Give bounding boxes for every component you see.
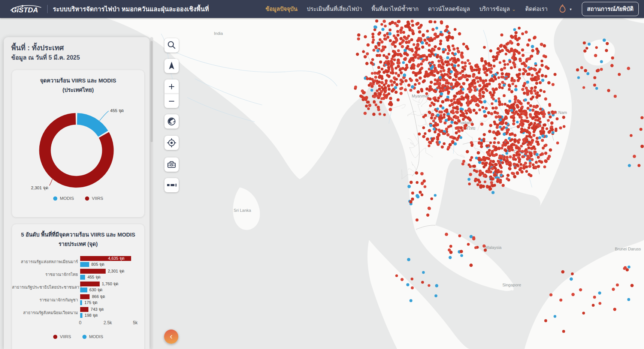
place-label: Sri Lanka <box>234 208 251 213</box>
bar-value-label: 4,635 จุด <box>108 256 124 261</box>
sidebar-scrollbar[interactable] <box>150 37 153 349</box>
nav-link[interactable]: พื้นที่เผาไหม้ซ้ำซาก <box>371 4 418 13</box>
gistda-logo[interactable]: GiSTDA <box>8 3 43 15</box>
compass-button[interactable] <box>164 59 179 73</box>
search-button[interactable] <box>164 38 179 52</box>
nav-link[interactable]: ติดต่อเรา <box>525 4 548 13</box>
country-label: ราชอาณาจักรไทย <box>12 270 78 279</box>
bar-chart-row: สาธารณรัฐแห่งสหภาพเมียนมาร์4,635 จุด805 … <box>12 256 144 268</box>
legend-dot <box>53 196 57 201</box>
nav-link[interactable]: บริการข้อมูล⌄ <box>480 4 516 13</box>
hotspot-donut-card: จุดความร้อน VIIRS และ MODIS (ประเทศไทย) … <box>12 70 145 217</box>
nav-link[interactable]: ประเมินพื้นที่เสี่ยงไฟป่า <box>307 4 362 13</box>
bar-viirs <box>80 307 88 312</box>
bar-value-label: 630 จุด <box>90 288 103 292</box>
fire-menu-button[interactable]: ▾ <box>558 4 572 14</box>
bar-viirs <box>80 269 106 274</box>
toolbox-button[interactable] <box>164 157 179 172</box>
zoom-out-button[interactable] <box>164 94 179 108</box>
donut-value-label: 2,301 จุด <box>31 186 48 190</box>
chevron-left-icon: ‹ <box>170 332 172 341</box>
sidebar-scrollbar-thumb[interactable] <box>151 41 153 142</box>
app-root: { "navbar": { "logo_text": "GiSTDA", "ap… <box>0 0 644 349</box>
left-panel: พื้นที่ : ทั้งประเทศ ข้อมูล ณ วันที่ 5 ม… <box>4 37 149 349</box>
donut-leader-line <box>49 179 52 186</box>
plus-icon <box>164 79 179 94</box>
bar-modis <box>80 300 82 305</box>
bar-legend: VIIRSMODIS <box>12 334 144 339</box>
svg-text:GiSTDA: GiSTDA <box>11 6 38 14</box>
legend-item-modis[interactable]: MODIS <box>82 334 103 339</box>
data-date: ข้อมูล ณ วันที่ 5 มี.ค. 2025 <box>11 53 80 62</box>
bar-modis <box>80 313 82 318</box>
nav-link[interactable]: ดาวน์โหลดข้อมูล <box>428 4 470 13</box>
chevron-down-icon: ⌄ <box>512 6 516 12</box>
top5-bar-card: 5 อันดับ พื้นที่ที่มีจุดความร้อน VIIRS แ… <box>12 224 145 349</box>
donut-legend: MODISVIIRS <box>12 196 144 201</box>
x-axis-tick: 5k <box>133 320 138 325</box>
bar-viirs <box>80 282 100 286</box>
bar-value-label: 805 จุด <box>91 262 105 267</box>
country-label: สาธารณรัฐประชาธิปไตยประชาชนลาว <box>12 282 78 292</box>
app-title: ระบบบริหารจัดการไฟป่า หมอกควันและฝุ่นละอ… <box>53 4 209 14</box>
measure-icon <box>164 178 179 192</box>
top-navbar: GiSTDA ระบบบริหารจัดการไฟป่า หมอกควันและ… <box>0 0 644 18</box>
navbar-divider <box>47 5 48 13</box>
flame-icon <box>558 4 567 14</box>
legend-item-viirs[interactable]: VIIRS <box>53 334 71 339</box>
bar-chart-row: ราชอาณาจักรไทย2,301 จุด455 จุด <box>12 269 144 281</box>
bar-modis <box>80 275 85 280</box>
gistda-logo-icon: GiSTDA <box>8 3 43 15</box>
legend-label: MODIS <box>60 196 74 201</box>
legend-label: MODIS <box>89 334 103 339</box>
locate-icon <box>164 136 179 150</box>
x-axis-tick: 2.5k <box>103 320 112 325</box>
bar-chart-row: ราชอาณาจักรกัมพูชา866 จุด175 จุด <box>12 294 144 306</box>
globe-button[interactable] <box>164 114 179 129</box>
place-label: Singapore <box>502 283 521 287</box>
legend-label: VIIRS <box>92 196 103 201</box>
magnifier-icon <box>164 38 179 52</box>
country-label: สาธารณรัฐแห่งสหภาพเมียนมาร์ <box>12 257 78 267</box>
locate-button[interactable] <box>164 136 179 150</box>
donut-leader-line <box>100 111 109 121</box>
donut-value-label: 455 จุด <box>110 108 124 113</box>
legend-dot <box>85 196 89 201</box>
bar-modis <box>80 262 89 267</box>
bar-viirs <box>80 294 90 299</box>
bar-chart-row: สาธารณรัฐประชาธิปไตยประชาชนลาว1,760 จุด6… <box>12 282 144 294</box>
globe-icon <box>164 114 179 129</box>
legend-dot <box>82 335 87 339</box>
bar-value-label: 1,760 จุด <box>102 282 118 286</box>
bar-value-label: 455 จุด <box>87 275 100 280</box>
zoom-in-button[interactable] <box>164 79 179 94</box>
place-label: India <box>214 31 223 36</box>
legend-dot <box>53 335 57 339</box>
bar-value-label: 198 จุด <box>85 313 98 318</box>
bar-chart-row: สาธารณรัฐสังคมนิยมเวียดนาม743 จุด198 จุด <box>12 307 144 319</box>
chevron-down-icon: ▾ <box>570 7 572 11</box>
country-label: สาธารณรัฐสังคมนิยมเวียดนาม <box>12 308 78 318</box>
legend-item-viirs[interactable]: VIIRS <box>85 196 103 201</box>
bar-value-label: 2,301 จุด <box>108 269 124 274</box>
measure-button[interactable] <box>164 178 179 192</box>
x-axis-tick: 0 <box>79 320 82 325</box>
bar-value-label: 743 จุด <box>91 307 104 312</box>
navigation-arrow-icon <box>164 59 179 73</box>
nav-links: ข้อมูลปัจจุบันประเมินพื้นที่เสี่ยงไฟป่าพ… <box>266 2 639 16</box>
disaster-status-button[interactable]: สถานการณ์ภัยพิบัติ <box>582 2 639 16</box>
legend-item-modis[interactable]: MODIS <box>53 196 74 201</box>
bar-modis <box>80 288 87 292</box>
area-title: พื้นที่ : ทั้งประเทศ <box>11 42 64 53</box>
bar-card-title: 5 อันดับ พื้นที่ที่มีจุดความร้อน VIIRS แ… <box>12 224 144 249</box>
place-label: Brunei Daruss <box>615 247 641 251</box>
nav-link[interactable]: ข้อมูลปัจจุบัน <box>266 4 297 13</box>
country-label: ราชอาณาจักรกัมพูชา <box>12 295 78 305</box>
bar-value-label: 866 จุด <box>92 294 105 299</box>
bar-value-label: 175 จุด <box>84 300 97 305</box>
legend-label: VIIRS <box>60 334 71 339</box>
collapse-panel-button[interactable]: ‹ <box>164 330 178 344</box>
toolbox-icon <box>164 157 179 172</box>
donut-slice-modis <box>77 119 103 134</box>
place-label: Malaysia <box>485 245 502 250</box>
